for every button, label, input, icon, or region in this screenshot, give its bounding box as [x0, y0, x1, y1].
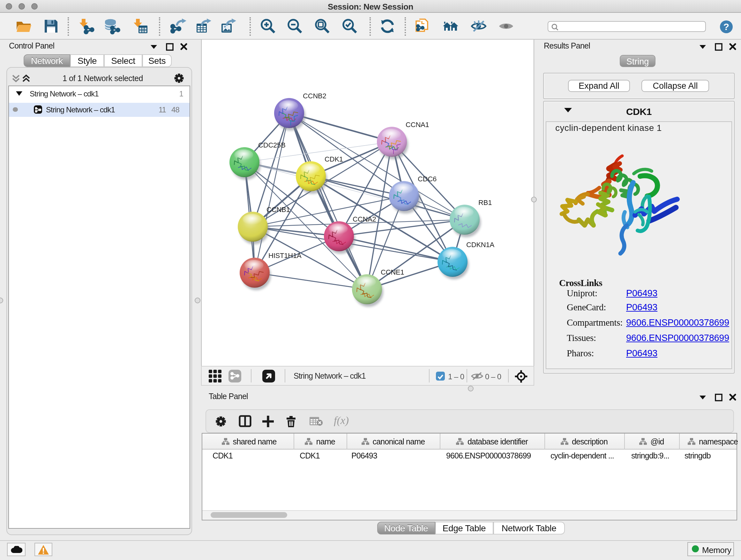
- svg-text:RB1: RB1: [478, 199, 492, 206]
- svg-text:CCNE1: CCNE1: [381, 268, 404, 276]
- svg-text:CDC25B: CDC25B: [258, 141, 286, 149]
- svg-text:CCNB1: CCNB1: [266, 206, 290, 213]
- svg-text:CDKN1A: CDKN1A: [466, 241, 495, 249]
- svg-text:CDC6: CDC6: [418, 175, 436, 183]
- svg-text:CDK1: CDK1: [325, 155, 343, 163]
- svg-text:CCNA1: CCNA1: [406, 121, 429, 129]
- svg-text:CCNB2: CCNB2: [303, 92, 327, 100]
- svg-text:CCNA2: CCNA2: [353, 215, 376, 223]
- svg-text:HIST1H1A: HIST1H1A: [268, 252, 301, 260]
